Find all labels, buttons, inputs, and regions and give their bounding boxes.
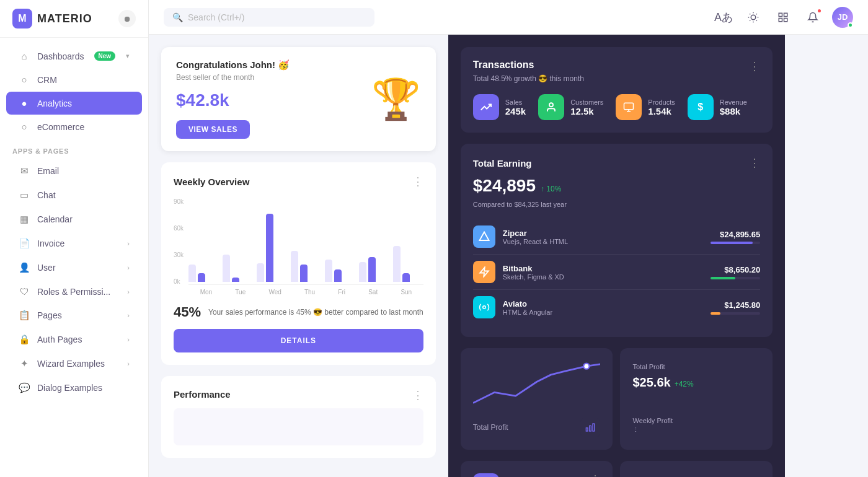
translate-icon-btn[interactable]: Aあ <box>713 7 734 28</box>
x-label-wed: Wed <box>268 289 281 295</box>
sidebar-item-chat[interactable]: ▭ Chat <box>6 183 142 207</box>
bar-group-sun <box>393 246 423 282</box>
total-earning-card: Total Earning ⋮ $24,895 ↑ 10% Compared t… <box>461 144 773 337</box>
new-project-card: ⋮ New Project 862 -18% Yearly Project <box>461 461 613 477</box>
project-briefcase-icon <box>473 473 499 477</box>
sidebar-item-roles[interactable]: 🛡 Roles & Permissi... › <box>6 280 142 303</box>
chat-icon: ▭ <box>19 190 30 201</box>
num-stat-value: 2,856 <box>632 473 760 477</box>
y-label-0k: 0k <box>174 278 184 285</box>
more-icon-right[interactable]: ⋮ <box>632 426 760 434</box>
total-profit-value: $25.6k <box>632 375 670 390</box>
total-profit-label: Total Profit <box>473 423 508 432</box>
bar-sat-dark <box>368 257 376 282</box>
pages-icon: 📋 <box>19 310 30 321</box>
sales-value: 245k <box>505 106 526 116</box>
weekly-more-icon[interactable]: ⋮ <box>412 175 423 188</box>
total-profit-chart-card: Total Profit <box>461 348 613 450</box>
congrats-card: Congratulations John! 🥳 Best seller of t… <box>161 47 436 151</box>
svg-rect-24 <box>587 428 588 431</box>
transactions-title: Transactions <box>473 59 584 71</box>
bar-thu-dark <box>300 265 308 282</box>
search-bar[interactable]: 🔍 Search (Ctrl+/) <box>164 8 374 27</box>
bitbank-logo <box>473 261 495 283</box>
zipcar-logo <box>473 225 495 248</box>
notifications-icon-btn[interactable] <box>802 7 823 28</box>
performance-more-icon[interactable]: ⋮ <box>412 388 423 402</box>
sidebar-item-analytics[interactable]: ● Analytics <box>6 92 142 115</box>
x-label-tue: Tue <box>235 289 246 295</box>
svg-line-3 <box>750 14 750 14</box>
congrats-left: Congratulations John! 🥳 Best seller of t… <box>176 59 290 139</box>
total-profit-title: Total Profit <box>632 363 665 370</box>
bar-wed-light <box>257 263 264 282</box>
profit-line-chart <box>473 361 601 410</box>
grid-icon-btn[interactable] <box>773 7 794 28</box>
sidebar-item-user[interactable]: 👤 User › <box>6 256 142 279</box>
transactions-more-icon[interactable]: ⋮ <box>749 59 760 73</box>
sidebar-item-invoice[interactable]: 📄 Invoice › <box>6 232 142 255</box>
dialog-icon: 💬 <box>19 382 30 393</box>
shield-icon: 🛡 <box>19 286 30 297</box>
sidebar-item-email[interactable]: ✉ Email <box>6 159 142 183</box>
svg-rect-22 <box>593 424 595 431</box>
logo-text: MATERIO <box>37 12 92 25</box>
new-project-more-icon[interactable]: ⋮ <box>590 473 600 477</box>
svg-rect-10 <box>784 13 787 16</box>
view-sales-button[interactable]: VIEW SALES <box>176 120 250 139</box>
circle-filled-icon: ● <box>19 98 30 108</box>
user-avatar[interactable]: JD <box>832 7 853 28</box>
aviato-sub: HTML & Angular <box>503 309 552 316</box>
topbar: 🔍 Search (Ctrl+/) Aあ JD <box>149 0 868 35</box>
svg-line-8 <box>756 14 757 14</box>
sidebar-item-wizard[interactable]: ✦ Wizard Examples › <box>6 352 142 375</box>
theme-icon-btn[interactable] <box>743 7 764 28</box>
sidebar-item-crm[interactable]: ○ CRM <box>6 68 142 91</box>
y-label-60k: 60k <box>174 225 184 232</box>
x-label-sat: Sat <box>368 289 378 295</box>
bitbank-sub: Sketch, Figma & XD <box>503 273 564 281</box>
products-icon <box>616 94 642 120</box>
transactions-subtitle: Total 48.5% growth 😎 this month <box>473 74 584 83</box>
svg-line-4 <box>756 20 757 20</box>
details-button[interactable]: DETAILS <box>174 329 423 352</box>
sidebar-item-dialog[interactable]: 💬 Dialog Examples <box>6 376 142 400</box>
x-label-fri: Fri <box>338 289 345 295</box>
svg-point-0 <box>751 15 756 20</box>
earning-row-bitbank: Bitbank Sketch, Figma & XD $8,650.20 <box>473 255 760 290</box>
sidebar-item-pages[interactable]: 📋 Pages › <box>6 304 142 327</box>
sidebar-item-dashboards[interactable]: ⌂ Dashboards New ▾ <box>6 45 142 68</box>
bar-fri-dark <box>334 269 342 282</box>
chevron-icon-wizard: › <box>127 360 130 367</box>
total-profit-pct: +42% <box>675 380 694 388</box>
bitbank-amount: $8,650.20 <box>711 265 760 279</box>
performance-chart-placeholder <box>174 408 423 445</box>
sidebar-item-auth[interactable]: 🔒 Auth Pages › <box>6 328 142 351</box>
customers-label: Customers <box>570 98 603 106</box>
bar-thu-light <box>291 251 298 282</box>
svg-line-7 <box>750 20 750 20</box>
svg-rect-12 <box>784 18 787 21</box>
sidebar-logo: M MATERIO ⏺ <box>0 0 148 38</box>
x-label-thu: Thu <box>304 289 315 295</box>
earning-more-icon[interactable]: ⋮ <box>749 156 760 170</box>
bar-sat-light <box>359 262 366 282</box>
chart-icon-btn[interactable] <box>580 418 600 437</box>
sidebar: M MATERIO ⏺ ⌂ Dashboards New ▾ ○ CRM ● A… <box>0 0 149 477</box>
earning-comparison: Compared to $84,325 last year <box>473 201 760 208</box>
weekly-title: Weekly Overview <box>174 177 249 187</box>
bar-mon-light <box>188 265 196 282</box>
circle-icon2: ○ <box>19 121 30 132</box>
apps-section-label: APPS & PAGES <box>0 139 148 159</box>
earning-growth-pct: ↑ 10% <box>541 185 561 193</box>
zipcar-amount: $24,895.65 <box>711 230 760 244</box>
bar-fri-light <box>325 260 332 282</box>
sidebar-item-ecommerce[interactable]: ○ eCommerce <box>6 115 142 138</box>
bar-group-tue <box>223 255 253 282</box>
stat-revenue: $ Revenue $88k <box>688 94 747 120</box>
record-button[interactable]: ⏺ <box>118 10 136 27</box>
sidebar-item-calendar[interactable]: ▦ Calendar <box>6 208 142 231</box>
bar-tue-dark <box>232 278 239 282</box>
bar-group-thu <box>291 251 321 282</box>
bar-sun-light <box>393 246 401 282</box>
